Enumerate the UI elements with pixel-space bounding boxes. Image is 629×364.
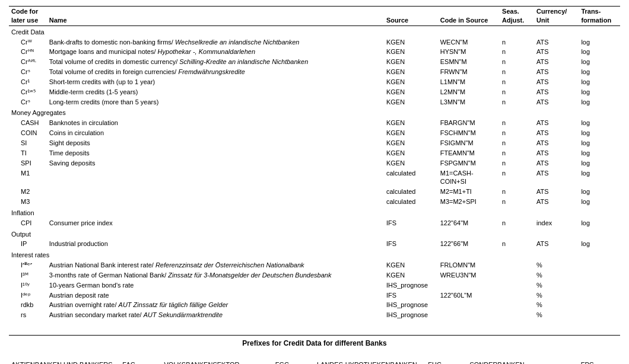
table-row: CASHBanknotes in circulationKGENFBARGN"M… (9, 118, 620, 128)
cell-name: Saving deposits (47, 158, 384, 168)
cell-transform: log (579, 57, 620, 67)
cell-name: Austrian deposit rate (47, 290, 384, 301)
section-header: Credit Data (9, 25, 620, 37)
cell-name: Total volume of credits in domestic curr… (47, 57, 384, 67)
cell-source: KGEN (384, 57, 438, 67)
cell-source: KGEN (384, 97, 438, 107)
table-row: M3calculatedM3=M2+SPInATSlog (9, 197, 620, 207)
cell-code-source (438, 310, 500, 320)
cell-seas: n (500, 37, 534, 47)
bottom-cell-label: AKTIENBANKEN UND BANKIERS (9, 359, 120, 364)
cell-code: Cr¹ʷ⁵ (9, 87, 47, 97)
cell-transform (579, 260, 620, 270)
header-transform: Trans-formation (579, 7, 620, 26)
cell-seas (500, 310, 534, 320)
cell-name: Bank-drafts to domestic non-banking firm… (47, 37, 384, 47)
cell-seas (500, 290, 534, 301)
cell-currency: ATS (534, 197, 579, 207)
cell-transform (579, 270, 620, 280)
cell-seas: n (500, 47, 534, 57)
cell-code-source (438, 280, 500, 290)
table-row: TITime depositsKGENFTEAMN"MnATSlog (9, 148, 620, 158)
bottom-cell-code: FPC (579, 359, 620, 364)
cell-source: IHS_prognose (384, 280, 438, 290)
cell-currency: ATS (534, 57, 579, 67)
bottom-table: AKTIENBANKEN UND BANKIERSFACVOLKSBANKENS… (9, 359, 620, 364)
table-row: rdkbAustrian overnight rate/ AUT Zinssat… (9, 300, 620, 310)
cell-source: KGEN (384, 270, 438, 280)
cell-name: Middle-term credits (1-5 years) (47, 87, 384, 97)
table-row: CrˢLong-term credits (more than 5 years)… (9, 97, 620, 107)
cell-seas: n (500, 128, 534, 138)
cell-source: KGEN (384, 118, 438, 128)
cell-name: Banknotes in circulation (47, 118, 384, 128)
cell-name: Total volume of credits in foreign curre… (47, 67, 384, 77)
table-row: CPIConsumer price indexIFS122"64"Mnindex… (9, 218, 620, 228)
cell-code: Crᴬᴻᴸ (9, 57, 47, 67)
cell-code: rdkb (9, 300, 47, 310)
cell-source: calculated (384, 197, 438, 207)
cell-name: 3-months rate of German National Bank/ Z… (47, 270, 384, 280)
cell-code: TI (9, 148, 47, 158)
cell-currency: ATS (534, 67, 579, 77)
cell-transform: log (579, 77, 620, 87)
section-header: Inflation (9, 207, 620, 218)
cell-code: CASH (9, 118, 47, 128)
bottom-cell-code: FHC (425, 359, 467, 364)
cell-transform: log (579, 128, 620, 138)
cell-code: COIN (9, 128, 47, 138)
table-row: CrˢTotal volume of credits in foreign cu… (9, 67, 620, 77)
table-row: M1calculatedM1=CASH-COIN+SInATSlog (9, 168, 620, 187)
table-row: I¹⁰ʸ10-years German bond's rateIHS_progn… (9, 280, 620, 290)
cell-transform: log (579, 187, 620, 197)
cell-name: Consumer price index (47, 218, 384, 228)
cell-seas: n (500, 97, 534, 107)
cell-currency: ATS (534, 87, 579, 97)
cell-source: IFS (384, 290, 438, 301)
cell-seas: n (500, 218, 534, 228)
cell-code: SPI (9, 158, 47, 168)
cell-seas: n (500, 67, 534, 77)
cell-code-source: M2=M1+TI (438, 187, 500, 197)
cell-transform (579, 290, 620, 301)
section-header: Interest rates (9, 249, 620, 260)
cell-seas (500, 280, 534, 290)
cell-code: Iᵈᵉᵖ (9, 290, 47, 301)
cell-currency: ATS (534, 128, 579, 138)
table-row: SISight depositsKGENFSIGMN"MnATSlog (9, 138, 620, 148)
cell-seas: n (500, 158, 534, 168)
cell-currency: % (534, 280, 579, 290)
cell-name: Austrian National Bank interest rate/ Re… (47, 260, 384, 270)
cell-name: Time deposits (47, 148, 384, 158)
cell-currency: ATS (534, 239, 579, 249)
table-row: M2calculatedM2=M1+TInATSlog (9, 187, 620, 197)
table-row: CrᴴᴺMortgage loans and municipal notes/ … (9, 47, 620, 57)
cell-code: Iʳᴯᵉʳ (9, 260, 47, 270)
cell-source: IHS_prognose (384, 300, 438, 310)
cell-source: KGEN (384, 47, 438, 57)
bottom-section-title: Prefixes for Credit Data for different B… (9, 335, 620, 347)
cell-code-source: HYSN"M (438, 47, 500, 57)
section-header: Money Aggregates (9, 107, 620, 118)
cell-name: Austrian overnight rate/ AUT Zinssatz fü… (47, 300, 384, 310)
bottom-cell-label: LANDES-HYPOTHEKENBANKEN (314, 359, 425, 364)
cell-code: I¹⁰ʸ (9, 280, 47, 290)
header-code-source: Code in Source (438, 7, 500, 26)
cell-currency: % (534, 300, 579, 310)
cell-code: M1 (9, 168, 47, 187)
bottom-table-row: AKTIENBANKEN UND BANKIERSFACVOLKSBANKENS… (9, 359, 620, 364)
cell-seas: n (500, 77, 534, 87)
cell-code: M3 (9, 197, 47, 207)
cell-code-source: WECN"M (438, 37, 500, 47)
header-seas: Seas. Adjust. (500, 7, 534, 26)
cell-source: KGEN (384, 260, 438, 270)
cell-currency: ATS (534, 47, 579, 57)
cell-source: KGEN (384, 87, 438, 97)
cell-source: KGEN (384, 77, 438, 87)
cell-code-source: FSCHMN"M (438, 128, 500, 138)
cell-code-source: 122"64"M (438, 218, 500, 228)
cell-currency: ATS (534, 97, 579, 107)
cell-code: Crˢ (9, 97, 47, 107)
cell-currency: ATS (534, 148, 579, 158)
cell-seas: n (500, 148, 534, 158)
